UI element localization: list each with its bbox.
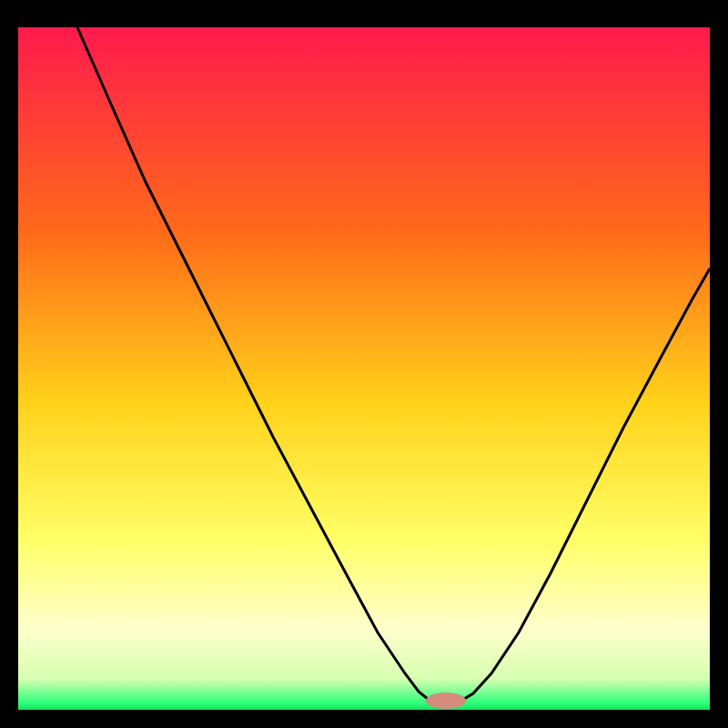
bottleneck-chart [0, 0, 728, 728]
chart-stage: TheBottleneck.com [0, 0, 728, 728]
optimum-marker [426, 693, 466, 709]
